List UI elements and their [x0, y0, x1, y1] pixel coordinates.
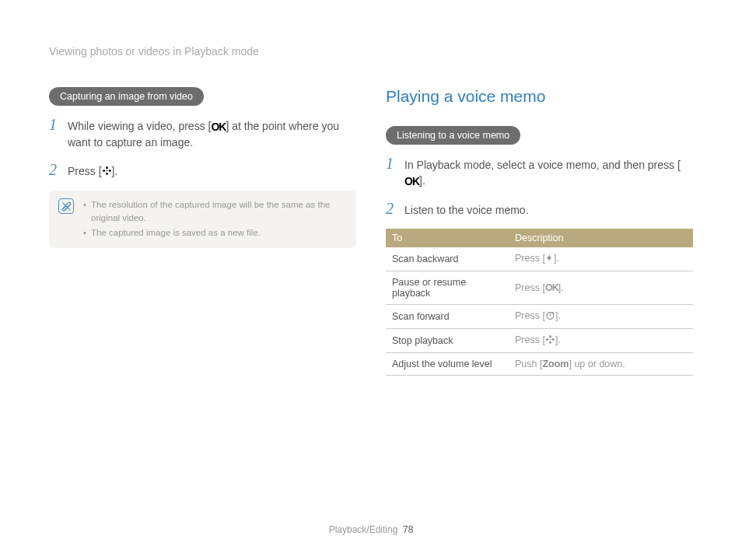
zoom-label: Zoom: [542, 359, 569, 369]
table-header-row: To Description: [386, 229, 693, 247]
step-number: 2: [49, 162, 60, 180]
table-row: Stop playback Press [].: [386, 329, 693, 353]
desc-pre: Press [: [515, 282, 545, 293]
desc-post: ].: [558, 282, 564, 293]
desc-pre: Press [: [515, 253, 545, 264]
note-box: The resolution of the captured image wil…: [49, 191, 356, 248]
table-row: Scan backward Press [].: [386, 247, 693, 271]
flower-icon: [102, 164, 112, 180]
controls-table: To Description Scan backward Press []. P…: [386, 229, 693, 376]
step-item: 2 Press [].: [49, 162, 356, 180]
table-row: Adjust the volume level Push [Zoom] up o…: [386, 353, 693, 376]
desc-post: ].: [555, 334, 561, 345]
desc-post: ].: [555, 310, 561, 321]
note-item: The captured image is saved as a new fil…: [83, 226, 347, 240]
desc-pre: Press [: [515, 310, 545, 321]
page-number: 78: [403, 524, 413, 535]
step-pre: While viewing a video, press [: [68, 120, 211, 132]
ok-icon: OK: [404, 173, 419, 189]
step-item: 1 In Playback mode, select a voice memo,…: [386, 156, 693, 190]
pill-capturing: Capturing an image from video: [49, 87, 204, 106]
row-to: Adjust the volume level: [386, 353, 509, 376]
row-desc: Press [].: [509, 247, 693, 271]
row-to: Pause or resume playback: [386, 271, 509, 305]
breadcrumb: Viewing photos or videos in Playback mod…: [49, 45, 693, 58]
row-desc: Press [OK].: [509, 271, 693, 305]
row-desc: Push [Zoom] up or down.: [509, 353, 693, 376]
step-text: While viewing a video, press [OK] at the…: [68, 117, 356, 151]
step-pre: Listen to the voice memo.: [404, 204, 529, 216]
ok-icon: OK: [211, 119, 226, 135]
step-item: 2 Listen to the voice memo.: [386, 201, 693, 218]
content-columns: Capturing an image from video 1 While vi…: [49, 87, 693, 376]
right-column: Playing a voice memo Listening to a voic…: [386, 87, 693, 376]
desc-pre: Push [: [515, 359, 542, 369]
desc-pre: Press [: [515, 334, 545, 345]
step-pre: In Playback mode, select a voice memo, a…: [404, 159, 681, 171]
table-row: Pause or resume playback Press [OK].: [386, 271, 693, 305]
th-desc: Description: [509, 229, 693, 247]
row-to: Stop playback: [386, 329, 509, 353]
desc-post: ] up or down.: [569, 359, 625, 369]
flash-icon: [545, 253, 554, 265]
desc-post: ].: [554, 253, 559, 264]
right-steps: 1 In Playback mode, select a voice memo,…: [386, 156, 693, 218]
footer-section: Playback/Editing: [329, 524, 398, 535]
step-number: 1: [386, 156, 397, 190]
pill-listening: Listening to a voice memo: [386, 126, 520, 145]
ok-icon: OK: [545, 282, 558, 293]
row-to: Scan forward: [386, 305, 509, 329]
step-item: 1 While viewing a video, press [OK] at t…: [49, 117, 356, 151]
note-item: The resolution of the captured image wil…: [83, 198, 347, 224]
step-post: ].: [112, 165, 118, 177]
note-list: The resolution of the captured image wil…: [83, 198, 347, 240]
flower-icon: [545, 334, 555, 347]
page-footer: Playback/Editing 78: [0, 524, 742, 535]
row-to: Scan backward: [386, 247, 509, 271]
step-text: In Playback mode, select a voice memo, a…: [404, 156, 693, 190]
left-column: Capturing an image from video 1 While vi…: [49, 87, 356, 376]
step-text: Listen to the voice memo.: [404, 201, 529, 218]
step-post: ].: [419, 174, 425, 187]
section-heading: Playing a voice memo: [386, 87, 693, 106]
step-pre: Press [: [68, 165, 102, 177]
timer-icon: [545, 310, 555, 323]
row-desc: Press [].: [509, 329, 693, 353]
note-icon: [58, 198, 74, 214]
step-number: 1: [49, 117, 60, 151]
th-to: To: [386, 229, 509, 247]
step-number: 2: [386, 201, 397, 218]
row-desc: Press [].: [509, 305, 693, 329]
left-steps: 1 While viewing a video, press [OK] at t…: [49, 117, 356, 180]
step-text: Press [].: [68, 162, 117, 180]
table-row: Scan forward Press [].: [386, 305, 693, 329]
